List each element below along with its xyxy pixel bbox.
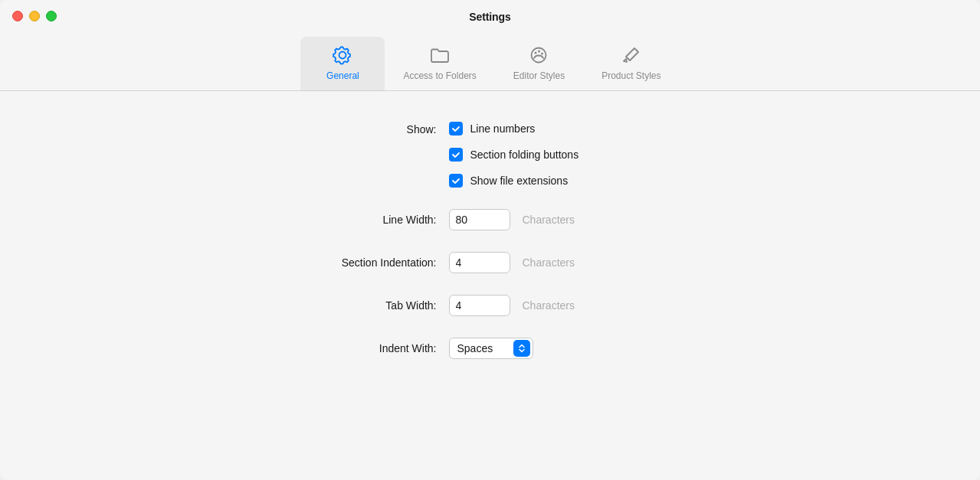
tab-width-row: Tab Width: Characters [291,295,690,316]
indent-with-select-wrapper: Spaces Tabs [449,338,533,359]
line-numbers-row: Line numbers [449,122,579,136]
tab-editor-styles[interactable]: Editor Styles [495,37,583,90]
gear-icon [332,44,353,66]
section-indentation-label: Section Indentation: [291,256,437,269]
indent-with-row: Indent With: Spaces Tabs [291,338,690,359]
line-width-label: Line Width: [291,214,437,226]
line-width-unit: Characters [523,214,575,226]
window-title: Settings [469,11,510,23]
minimize-button[interactable] [29,11,40,21]
file-extensions-label: Show file extensions [470,175,569,187]
tabs-bar: General Access to Folders [0,29,980,90]
line-numbers-label: Line numbers [470,122,536,135]
close-button[interactable] [12,11,23,21]
tab-product-styles[interactable]: Product Styles [583,37,679,90]
tab-editor-styles-label: Editor Styles [513,70,565,81]
section-indentation-unit: Characters [523,256,575,269]
tab-width-input[interactable] [449,295,510,316]
tab-general[interactable]: General [300,37,385,90]
file-extensions-checkbox[interactable] [449,174,463,188]
svg-point-2 [538,51,540,53]
tab-width-unit: Characters [523,299,575,312]
form-container: Show: Line numbers [291,122,690,359]
indent-with-label: Indent With: [291,342,437,354]
show-label: Show: [291,122,437,136]
brush-icon [621,44,642,66]
line-width-row: Line Width: Characters [291,209,690,230]
show-row: Show: Line numbers [291,122,690,188]
section-folding-checkbox[interactable] [449,148,463,162]
maximize-button[interactable] [46,11,57,21]
tab-access-to-folders[interactable]: Access to Folders [385,37,494,90]
line-width-input[interactable] [449,209,510,230]
svg-point-1 [535,52,537,54]
settings-window: Settings General Access to Folders [0,0,980,480]
tab-general-label: General [326,70,359,81]
tab-product-styles-label: Product Styles [601,70,660,81]
section-indentation-input[interactable] [449,252,510,273]
section-folding-row: Section folding buttons [449,148,579,162]
settings-content: Show: Line numbers [0,91,980,480]
checkboxes-group: Line numbers Section folding buttons [449,122,579,188]
folder-icon [429,44,451,66]
section-folding-label: Section folding buttons [470,149,579,161]
line-numbers-checkbox[interactable] [449,122,463,136]
indent-with-select[interactable]: Spaces Tabs [449,338,533,359]
section-indentation-row: Section Indentation: Characters [291,252,690,273]
svg-point-3 [541,53,543,55]
file-extensions-row: Show file extensions [449,174,579,188]
tab-access-to-folders-label: Access to Folders [403,70,476,81]
tab-width-label: Tab Width: [291,299,437,312]
palette-icon [528,44,549,66]
traffic-lights [12,11,57,21]
title-bar: Settings [0,0,980,23]
